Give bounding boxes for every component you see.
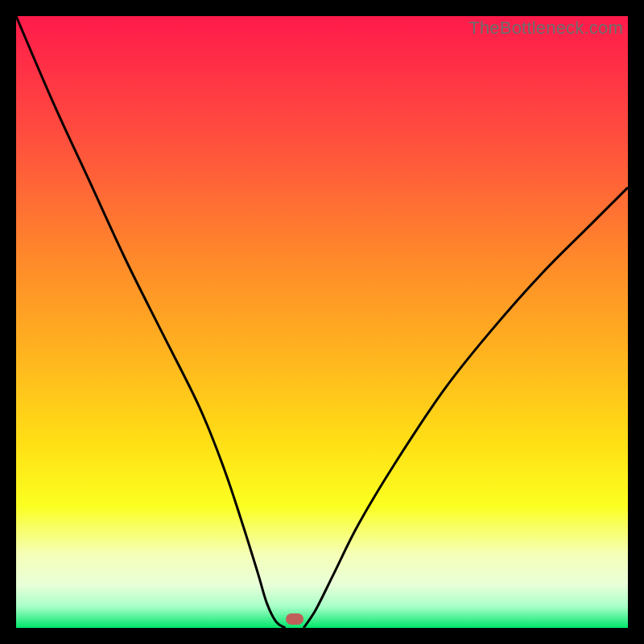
gradient-background (16, 16, 628, 628)
bottleneck-chart (16, 16, 628, 628)
minimum-marker (286, 613, 303, 625)
chart-frame: TheBottleneck.com (16, 16, 628, 628)
watermark-text: TheBottleneck.com (469, 18, 623, 39)
